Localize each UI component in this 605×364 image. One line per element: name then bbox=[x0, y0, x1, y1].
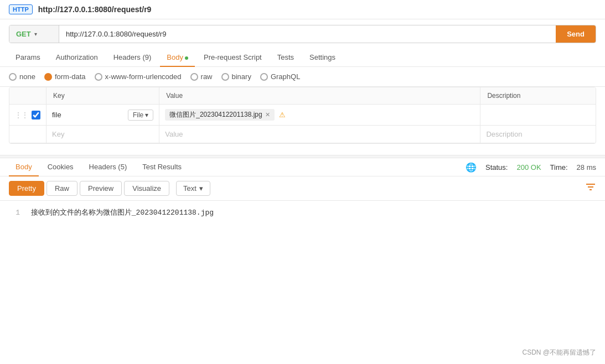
radio-none[interactable]: none bbox=[9, 72, 35, 81]
url-input[interactable] bbox=[59, 25, 556, 43]
request-bar: GET ▾ Send bbox=[9, 25, 596, 43]
response-line: 1 接收到的文件的名称为微信图片_20230412201138.jpg bbox=[9, 207, 596, 217]
radio-raw-label: raw bbox=[201, 72, 213, 81]
params-table: Key Value Description ⋮⋮ file bbox=[9, 87, 596, 143]
radio-binary-circle bbox=[221, 73, 229, 81]
warning-icon: ⚠ bbox=[279, 111, 286, 119]
col-key: Key bbox=[46, 87, 159, 105]
file-type-label: File bbox=[133, 111, 143, 119]
format-label: Text bbox=[183, 184, 197, 193]
row-checkbox[interactable] bbox=[32, 111, 40, 119]
chevron-down-icon: ▾ bbox=[34, 31, 37, 37]
value-cell: 微信图片_20230412201138.jpg ✕ ⚠ bbox=[165, 109, 474, 121]
globe-icon: 🌐 bbox=[466, 162, 477, 173]
resp-tab-cookies[interactable]: Cookies bbox=[41, 158, 80, 176]
params-table-container: Key Value Description ⋮⋮ file bbox=[9, 87, 596, 144]
radio-urlencoded-circle bbox=[95, 73, 102, 81]
radio-raw[interactable]: raw bbox=[190, 72, 213, 81]
file-chevron-icon: ▾ bbox=[145, 111, 148, 119]
radio-binary[interactable]: binary bbox=[221, 72, 251, 81]
format-dropdown[interactable]: Text ▾ bbox=[176, 181, 210, 196]
radio-formdata[interactable]: form-data bbox=[44, 72, 86, 81]
request-tab-nav: Params Authorization Headers (9) Body Pr… bbox=[0, 49, 605, 67]
top-url: http://127.0.0.1:8080/request/r9 bbox=[38, 5, 152, 14]
table-row: ⋮⋮ file File ▾ bbox=[9, 105, 596, 126]
tab-settings[interactable]: Settings bbox=[303, 49, 342, 67]
col-value: Value bbox=[159, 87, 480, 105]
close-tag-icon[interactable]: ✕ bbox=[265, 111, 270, 118]
radio-formdata-label: form-data bbox=[55, 72, 86, 81]
time-label: Time: bbox=[550, 163, 568, 171]
response-tab-nav: Body Cookies Headers (5) Test Results 🌐 … bbox=[0, 158, 605, 176]
key-value: file bbox=[52, 111, 61, 119]
line-number: 1 bbox=[9, 209, 20, 217]
tab-body[interactable]: Body bbox=[160, 49, 195, 67]
body-dot bbox=[185, 56, 188, 60]
tab-tests[interactable]: Tests bbox=[271, 49, 301, 67]
radio-graphql-circle bbox=[260, 73, 268, 81]
method-text: GET bbox=[16, 30, 31, 38]
response-body: 1 接收到的文件的名称为微信图片_20230412201138.jpg bbox=[0, 201, 605, 224]
response-status: 🌐 Status: 200 OK Time: 28 ms bbox=[466, 162, 596, 173]
http-badge: HTTP bbox=[9, 4, 33, 14]
empty-value-placeholder[interactable]: Value bbox=[165, 130, 183, 138]
pretty-button[interactable]: Pretty bbox=[9, 181, 44, 196]
col-drag bbox=[9, 87, 46, 105]
tab-prerequest[interactable]: Pre-request Script bbox=[197, 49, 268, 67]
radio-none-circle bbox=[9, 73, 17, 81]
empty-table-row: Key Value Description bbox=[9, 126, 596, 143]
tab-authorization[interactable]: Authorization bbox=[49, 49, 105, 67]
format-chevron-icon: ▾ bbox=[199, 184, 203, 193]
status-label: Status: bbox=[485, 163, 508, 171]
status-value: 200 OK bbox=[516, 163, 541, 171]
radio-formdata-circle bbox=[44, 73, 52, 81]
body-type-selector: none form-data x-www-form-urlencoded raw… bbox=[0, 67, 605, 87]
tab-params[interactable]: Params bbox=[9, 49, 47, 67]
tab-headers[interactable]: Headers (9) bbox=[107, 49, 158, 67]
empty-key-placeholder[interactable]: Key bbox=[52, 130, 64, 138]
filter-icon[interactable] bbox=[585, 183, 596, 194]
file-name-text: 微信图片_20230412201138.jpg bbox=[169, 110, 262, 119]
response-toolbar: Pretty Raw Preview Visualize Text ▾ bbox=[0, 176, 605, 201]
radio-graphql[interactable]: GraphQL bbox=[260, 72, 300, 81]
radio-raw-circle bbox=[190, 73, 198, 81]
resp-tab-body[interactable]: Body bbox=[9, 158, 39, 176]
resp-tab-headers[interactable]: Headers (5) bbox=[82, 158, 134, 176]
send-button[interactable]: Send bbox=[556, 25, 596, 43]
preview-button[interactable]: Preview bbox=[80, 181, 122, 196]
radio-urlencoded-label: x-www-form-urlencoded bbox=[105, 72, 182, 81]
top-bar: HTTP http://127.0.0.1:8080/request/r9 bbox=[0, 0, 605, 19]
file-value-tag: 微信图片_20230412201138.jpg ✕ bbox=[165, 109, 274, 121]
radio-graphql-label: GraphQL bbox=[271, 72, 300, 81]
response-line-text: 接收到的文件的名称为微信图片_20230412201138.jpg bbox=[31, 209, 214, 217]
resp-tab-testresults[interactable]: Test Results bbox=[136, 158, 188, 176]
file-type-button[interactable]: File ▾ bbox=[128, 110, 153, 121]
method-selector[interactable]: GET ▾ bbox=[9, 25, 59, 43]
time-value: 28 ms bbox=[577, 163, 596, 171]
empty-desc-placeholder[interactable]: Description bbox=[486, 130, 522, 138]
footer-watermark: CSDN @不能再留遗憾了 bbox=[522, 348, 596, 357]
visualize-button[interactable]: Visualize bbox=[124, 181, 169, 196]
col-description: Description bbox=[480, 87, 596, 105]
raw-button[interactable]: Raw bbox=[46, 181, 77, 196]
radio-none-label: none bbox=[19, 72, 35, 81]
radio-binary-label: binary bbox=[232, 72, 251, 81]
radio-urlencoded[interactable]: x-www-form-urlencoded bbox=[95, 72, 182, 81]
drag-handle-icon[interactable]: ⋮⋮ bbox=[15, 111, 28, 119]
